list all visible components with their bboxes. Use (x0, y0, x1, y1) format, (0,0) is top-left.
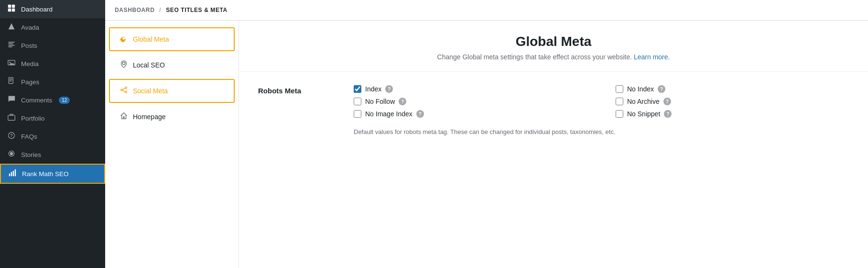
robots-meta-description-row: Default values for robots meta tag. Thes… (258, 122, 849, 137)
pages-icon (7, 77, 16, 87)
no-snippet-help-icon[interactable]: ? (664, 110, 672, 118)
nav-item-label: Homepage (133, 113, 166, 121)
no-follow-help-icon[interactable]: ? (399, 98, 406, 105)
sidebar-item-rank-math-seo[interactable]: Rank Math SEO (0, 164, 105, 184)
robots-meta-description: Default values for robots meta tag. Thes… (354, 127, 616, 137)
page-title: Global Meta (258, 34, 849, 49)
breadcrumb: DASHBOARD / SEO TITLES & META (105, 0, 868, 21)
svg-rect-17 (10, 114, 13, 115)
dashboard-icon (7, 4, 16, 14)
svg-line-30 (122, 88, 125, 89)
no-image-index-help-icon[interactable]: ? (416, 110, 424, 118)
checkbox-no-index: No Index ? (616, 85, 849, 93)
nav-item-local-seo[interactable]: Local SEO (109, 53, 235, 77)
sidebar-item-pages[interactable]: Pages (0, 73, 105, 91)
robots-meta-row: Robots Meta Index ? No Index ? (258, 85, 849, 118)
checkbox-no-snippet-label: No Snippet (627, 110, 660, 118)
stories-icon (7, 150, 16, 159)
sidebar-item-label: Posts (21, 42, 37, 49)
svg-point-28 (125, 87, 127, 89)
svg-point-20 (10, 152, 13, 155)
sidebar-item-label: Comments (21, 97, 52, 104)
svg-line-31 (122, 90, 125, 92)
no-index-help-icon[interactable]: ? (658, 85, 665, 93)
sidebar-item-stories[interactable]: Stories (0, 145, 105, 164)
nav-item-social-meta[interactable]: Social Meta (109, 79, 235, 103)
faqs-icon: ? (7, 132, 16, 141)
svg-rect-6 (9, 44, 13, 45)
svg-rect-14 (10, 80, 12, 80)
sidebar-item-label: Dashboard (21, 6, 53, 13)
svg-rect-3 (12, 9, 15, 11)
checkbox-no-archive-input[interactable] (616, 98, 623, 105)
index-help-icon[interactable]: ? (385, 85, 393, 93)
checkbox-index-input[interactable] (354, 85, 361, 93)
checkbox-no-archive: No Archive ? (616, 98, 849, 105)
posts-icon (7, 41, 16, 50)
page-subtitle: Change Global meta settings that take ef… (258, 53, 849, 61)
checkbox-index: Index ? (354, 85, 587, 93)
left-nav-panel: Global Meta Local SEO Social Meta Homepa… (105, 21, 239, 268)
checkbox-no-snippet-input[interactable] (616, 110, 623, 118)
nav-item-label: Social Meta (133, 87, 168, 95)
svg-rect-24 (13, 171, 14, 176)
nav-item-global-meta[interactable]: Global Meta (109, 27, 235, 51)
svg-rect-8 (9, 46, 12, 47)
checkbox-no-snippet: No Snippet ? (616, 110, 849, 118)
sidebar-item-label: Rank Math SEO (22, 170, 69, 178)
comments-badge: 12 (59, 97, 70, 104)
page-header: Global Meta Change Global meta settings … (239, 21, 868, 72)
svg-rect-25 (15, 169, 16, 176)
svg-rect-13 (10, 78, 12, 79)
sidebar-item-portfolio[interactable]: Portfolio (0, 109, 105, 127)
checkbox-no-image-index: No Image Index ? (354, 110, 587, 118)
svg-rect-7 (9, 45, 15, 46)
checkbox-no-image-index-input[interactable] (354, 110, 361, 118)
sidebar-item-label: Stories (21, 151, 41, 158)
svg-rect-2 (8, 9, 11, 11)
svg-rect-1 (12, 5, 15, 8)
home-icon (119, 112, 128, 122)
nav-item-label: Local SEO (133, 61, 165, 69)
checkbox-no-index-input[interactable] (616, 85, 623, 93)
settings-section: Robots Meta Index ? No Index ? (239, 72, 868, 154)
checkbox-no-archive-label: No Archive (627, 98, 660, 105)
location-icon (119, 60, 128, 70)
breadcrumb-current: SEO TITLES & META (166, 7, 228, 13)
sidebar-item-comments[interactable]: Comments 12 (0, 91, 105, 109)
svg-rect-0 (8, 5, 11, 8)
checkbox-no-index-label: No Index (627, 85, 654, 93)
svg-marker-11 (9, 63, 14, 65)
breadcrumb-dashboard[interactable]: DASHBOARD (115, 7, 154, 13)
checkboxes-grid: Index ? No Index ? No Follow (354, 85, 849, 118)
breadcrumb-separator: / (159, 7, 161, 13)
no-archive-help-icon[interactable]: ? (663, 98, 671, 105)
social-icon (119, 86, 128, 96)
sidebar-item-label: FAQs (21, 133, 37, 140)
sidebar-item-dashboard[interactable]: Dashboard (0, 0, 105, 18)
checkbox-no-follow-label: No Follow (365, 98, 395, 105)
sidebar-item-faqs[interactable]: ? FAQs (0, 127, 105, 145)
svg-rect-22 (9, 174, 10, 177)
sidebar-item-media[interactable]: Media (0, 55, 105, 73)
nav-item-label: Global Meta (133, 35, 169, 43)
learn-more-link[interactable]: Learn more (634, 53, 668, 61)
nav-item-homepage[interactable]: Homepage (109, 105, 235, 129)
svg-point-10 (10, 62, 11, 63)
checkbox-no-image-index-label: No Image Index (365, 110, 412, 118)
svg-marker-4 (9, 23, 15, 30)
svg-rect-15 (10, 81, 11, 81)
checkbox-index-label: Index (365, 85, 381, 93)
avada-icon (7, 22, 16, 32)
sidebar-item-posts[interactable]: Posts (0, 36, 105, 55)
media-icon (7, 59, 16, 68)
sidebar-item-avada[interactable]: Avada (0, 18, 105, 36)
checkbox-no-follow-input[interactable] (354, 98, 361, 105)
content-area: Global Meta Local SEO Social Meta Homepa… (105, 21, 868, 268)
svg-point-27 (121, 89, 123, 91)
right-content-panel: Global Meta Change Global meta settings … (239, 21, 868, 268)
sidebar: Dashboard Avada Posts Media Pages Commen… (0, 0, 105, 268)
svg-rect-12 (9, 78, 13, 84)
gear-icon (119, 34, 128, 45)
sidebar-item-label: Media (21, 60, 39, 67)
